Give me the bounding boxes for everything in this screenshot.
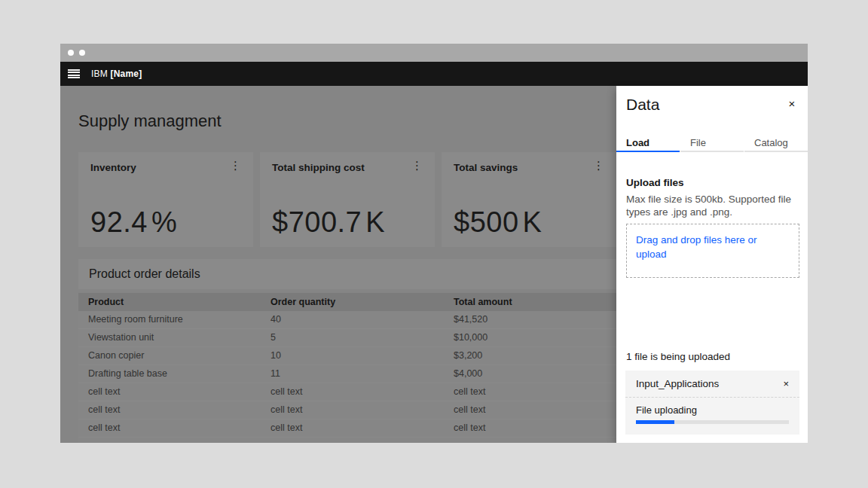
app-header: IBM [Name]: [60, 62, 808, 86]
window-control-dot[interactable]: [79, 50, 85, 56]
file-upload-state-label: File uploading: [636, 404, 789, 416]
tab-load[interactable]: Load: [616, 134, 680, 152]
browser-chrome: [60, 44, 808, 62]
drag-drop-upload-link[interactable]: Drag and drop files here or upload: [636, 233, 773, 261]
brand-app-name: [Name]: [110, 69, 142, 79]
brand-ibm: IBM: [91, 69, 108, 79]
panel-title: Data: [626, 96, 659, 114]
data-side-panel: Data × Load File Catalog Upload files Ma…: [616, 86, 808, 443]
file-name: Input_Applications: [636, 378, 719, 389]
menu-icon[interactable]: [68, 69, 80, 78]
cancel-upload-icon[interactable]: ×: [783, 378, 789, 389]
browser-window: IBM [Name] Supply managment Inventory ⋮ …: [60, 44, 808, 443]
file-item-header: Input_Applications ×: [625, 371, 799, 398]
panel-tabs: Load File Catalog: [616, 134, 808, 152]
uploading-file-item: Input_Applications × File uploading: [625, 371, 799, 435]
close-icon[interactable]: ×: [782, 93, 802, 113]
tab-file[interactable]: File: [680, 134, 744, 152]
file-dropzone[interactable]: Drag and drop files here or upload: [626, 224, 799, 278]
upload-progress-fill: [636, 420, 674, 424]
upload-progress-bar: [636, 420, 789, 424]
upload-files-heading: Upload files: [626, 177, 799, 188]
upload-files-description: Max file size is 500kb. Supported file t…: [626, 193, 801, 218]
upload-status-text: 1 file is being uploaded: [626, 351, 730, 362]
window-control-dot[interactable]: [68, 50, 74, 56]
header-brand: IBM [Name]: [91, 69, 142, 79]
tab-catalog[interactable]: Catalog: [744, 134, 808, 152]
panel-body: Upload files Max file size is 500kb. Sup…: [626, 152, 799, 278]
